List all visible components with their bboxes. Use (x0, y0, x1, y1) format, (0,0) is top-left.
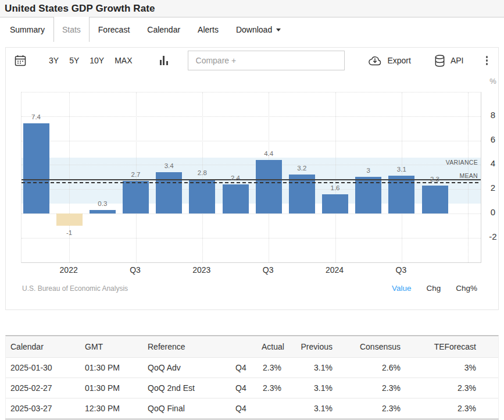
export-button[interactable]: Export (368, 56, 410, 66)
cell-previous: 3.1% (292, 357, 343, 378)
y-axis-label: 0 (485, 207, 501, 217)
bar[interactable] (189, 179, 215, 213)
table-header-row: Calendar GMT Reference Actual Previous C… (6, 336, 498, 357)
compare-input[interactable] (188, 51, 345, 70)
source-attribution: U.S. Bureau of Economic Analysis (22, 284, 128, 293)
tab-alerts[interactable]: Alerts (189, 17, 227, 42)
cell-date: 2025-01-30 (6, 357, 80, 378)
tab-download[interactable]: Download (227, 17, 289, 42)
cell-actual (262, 398, 292, 418)
page-title: United States GDP Growth Rate (5, 3, 155, 15)
bar[interactable] (90, 210, 116, 213)
bar-value-label: 3.2 (289, 165, 314, 172)
value-link[interactable]: Value (392, 284, 412, 293)
cell-consensus: 2.3% (343, 378, 411, 398)
v-gridline (335, 92, 336, 262)
variance-label: VARIANCE (446, 159, 478, 166)
x-axis-label: Q3 (248, 265, 288, 275)
col-reference-period (231, 336, 262, 357)
bar-value-label: 7.4 (23, 113, 49, 120)
cell-teforecast: 2.3% (411, 398, 498, 418)
chart-toolbar: 3Y 5Y 10Y MAX Export API (6, 48, 498, 73)
tab-bar: Summary Stats Forecast Calendar Alerts D… (0, 17, 504, 44)
bar[interactable] (322, 194, 348, 213)
y-axis-label: 8 (485, 110, 501, 120)
tab-calendar[interactable]: Calendar (138, 17, 189, 42)
bar[interactable] (256, 160, 282, 213)
bar-value-label: 2.8 (190, 169, 215, 176)
chg-link[interactable]: Chg (426, 284, 441, 293)
range-5y-button[interactable]: 5Y (64, 56, 84, 65)
col-consensus: Consensus (343, 336, 411, 357)
tab-summary[interactable]: Summary (0, 17, 53, 42)
cell-period: Q4 (231, 398, 262, 418)
chart-area: % 7.4-10.32.73.42.82.44.43.21.633.12.3VA… (6, 73, 498, 271)
bar[interactable] (56, 213, 83, 226)
chart-card: 3Y 5Y 10Y MAX Export API (5, 47, 499, 310)
y-axis-unit: % (485, 77, 501, 86)
plot-area: 7.4-10.32.73.42.82.44.43.21.633.12.3VARI… (21, 92, 481, 263)
bar[interactable] (223, 184, 249, 213)
bar-value-label: 3.1 (389, 166, 414, 173)
col-teforecast: TEForecast (411, 336, 498, 357)
bar-value-label: -1 (56, 229, 82, 236)
bar[interactable] (23, 123, 49, 213)
api-label: API (451, 56, 464, 65)
cell-previous: 3.1% (292, 398, 343, 418)
range-3y-button[interactable]: 3Y (44, 56, 64, 65)
chart-type-button[interactable] (138, 56, 168, 65)
bar[interactable] (123, 181, 149, 213)
cell-gmt: 12:30 PM (80, 398, 143, 418)
bar[interactable] (422, 186, 448, 213)
tab-forecast[interactable]: Forecast (90, 17, 138, 42)
range-10y-button[interactable]: 10Y (84, 56, 109, 65)
cell-gmt: 01:30 PM (80, 378, 143, 398)
chevron-down-icon (276, 29, 281, 31)
x-axis-label: 2022 (48, 265, 89, 275)
bar-value-label: 2.3 (422, 176, 448, 183)
tab-stats[interactable]: Stats (53, 17, 90, 42)
bar-chart-icon (160, 56, 168, 65)
more-options-button[interactable] (486, 56, 488, 65)
cell-date: 2025-02-27 (6, 378, 80, 398)
col-calendar: Calendar (6, 336, 80, 357)
x-axis-label: 2023 (181, 265, 222, 275)
calendar-table: Calendar GMT Reference Actual Previous C… (6, 336, 498, 418)
table-row[interactable]: 2025-01-30 01:30 PM QoQ Adv Q4 2.3% 3.1%… (6, 357, 498, 378)
bar-value-label: 0.3 (90, 200, 115, 207)
x-axis-label: 2024 (314, 265, 355, 275)
cell-gmt: 01:30 PM (80, 357, 143, 378)
cloud-download-icon (368, 56, 382, 66)
v-gridline (202, 92, 203, 262)
range-max-button[interactable]: MAX (109, 56, 137, 65)
tab-download-label: Download (236, 25, 272, 34)
mean-line (22, 182, 481, 183)
h-gridline (22, 238, 481, 239)
col-previous: Previous (292, 336, 343, 357)
bar-value-label: 1.6 (323, 184, 348, 191)
bar[interactable] (156, 172, 182, 213)
chg-percent-link[interactable]: Chg% (456, 284, 477, 293)
cell-teforecast: 2.3% (411, 378, 498, 398)
y-axis-label: -2 (485, 232, 501, 241)
series-mode-links: Value Chg Chg% (392, 284, 490, 293)
col-actual: Actual (262, 336, 292, 357)
y-axis-label: 6 (485, 134, 501, 144)
cell-reference: QoQ 2nd Est (143, 378, 231, 398)
cell-period: Q4 (231, 378, 262, 398)
cell-previous: 3.1% (292, 378, 343, 398)
page-header: United States GDP Growth Rate (0, 0, 504, 17)
database-icon (434, 55, 445, 67)
trend-line (22, 179, 481, 180)
table-row[interactable]: 2025-02-27 01:30 PM QoQ 2nd Est Q4 2.3% … (6, 378, 498, 398)
calendar-icon (15, 55, 26, 66)
kebab-menu-icon (486, 56, 488, 65)
api-button[interactable]: API (434, 55, 464, 67)
h-gridline (22, 213, 481, 214)
table-row[interactable]: 2025-03-27 12:30 PM QoQ Final Q4 3.1% 2.… (6, 398, 498, 418)
x-axis-label: Q3 (381, 265, 421, 275)
y-axis-label: 2 (485, 183, 501, 193)
cell-actual: 2.3% (262, 357, 292, 378)
v-gridline (69, 92, 70, 262)
date-range-calendar-button[interactable] (15, 55, 26, 66)
